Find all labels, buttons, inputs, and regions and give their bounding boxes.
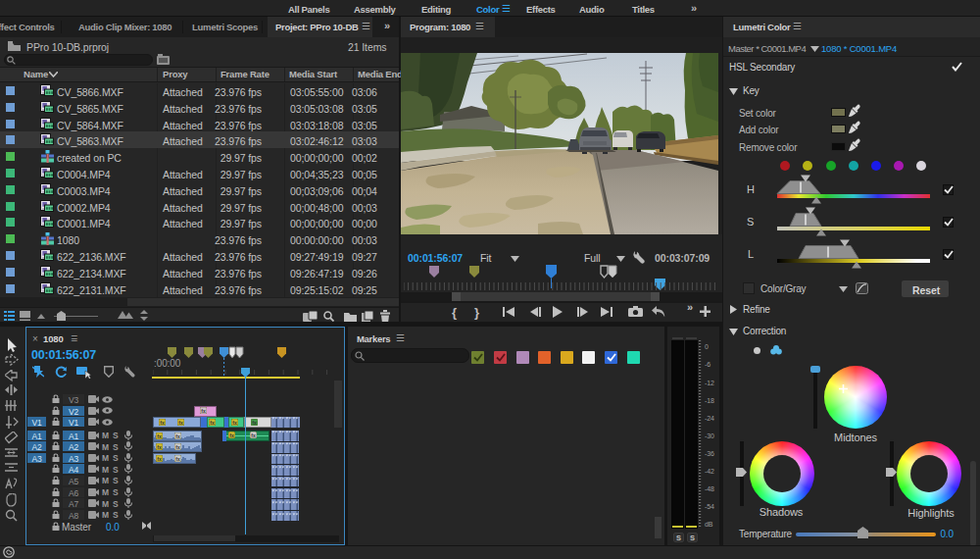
svg-text:fx: fx bbox=[178, 420, 183, 426]
svg-text:fx: fx bbox=[160, 420, 165, 426]
svg-text:fx: fx bbox=[229, 432, 234, 437]
svg-text:fx: fx bbox=[252, 420, 257, 426]
svg-text:fx: fx bbox=[232, 420, 237, 426]
svg-text:fx: fx bbox=[251, 432, 256, 437]
svg-text:fx: fx bbox=[157, 432, 162, 438]
svg-text:fx: fx bbox=[201, 407, 206, 413]
svg-text:fx: fx bbox=[210, 420, 215, 426]
svg-text:fx: fx bbox=[175, 432, 180, 438]
svg-text:fx: fx bbox=[157, 455, 162, 461]
svg-text:fx: fx bbox=[175, 444, 180, 450]
svg-text:fx: fx bbox=[157, 444, 162, 450]
svg-text:fx: fx bbox=[175, 455, 180, 461]
